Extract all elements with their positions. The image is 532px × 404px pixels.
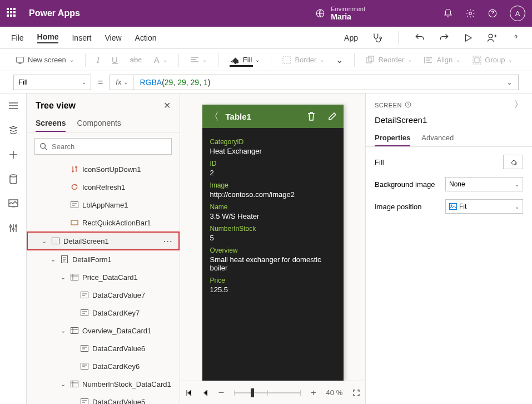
tree-node-label: IconSortUpDown1: [82, 165, 141, 174]
app-launcher-icon[interactable]: [7, 8, 18, 19]
rail-data-icon[interactable]: [8, 174, 19, 185]
share-icon[interactable]: [486, 32, 498, 43]
tab-advanced[interactable]: Advanced: [421, 130, 454, 146]
menu-file[interactable]: File: [11, 33, 24, 42]
tree-node[interactable]: DataCardValue7: [27, 286, 180, 304]
formula-input[interactable]: RGBA(29, 29, 29, 1): [134, 78, 501, 87]
label-icon: [70, 201, 79, 208]
expand-formula-icon[interactable]: ⌄: [501, 78, 518, 86]
zoom-in-icon[interactable]: +: [311, 388, 316, 398]
rail-media-icon[interactable]: [8, 198, 19, 209]
avatar[interactable]: A: [510, 6, 525, 21]
tree-node[interactable]: DataCardKey7: [27, 304, 180, 322]
paint-bucket-icon: [230, 55, 240, 65]
menu-view[interactable]: View: [105, 33, 121, 42]
svg-rect-22: [71, 274, 78, 280]
tree-node-label: NumberInStock_DataCard1: [82, 380, 171, 388]
first-screen-icon[interactable]: [185, 389, 193, 397]
tree-node[interactable]: LblAppName1: [27, 196, 180, 214]
bg-image-select[interactable]: None⌄: [445, 177, 523, 191]
field-label: NumberInStock: [210, 225, 336, 233]
panel-collapse-icon[interactable]: 〉: [514, 99, 524, 111]
detail-title: Table1: [226, 112, 295, 121]
field-value: 5: [210, 234, 336, 242]
tab-screens[interactable]: Screens: [36, 115, 66, 132]
tree-node[interactable]: IconSortUpDown1: [27, 160, 180, 178]
menu-insert[interactable]: Insert: [72, 33, 91, 42]
svg-rect-19: [71, 220, 78, 225]
back-icon[interactable]: 〈: [209, 110, 219, 123]
tree-node-label: DataCardKey6: [92, 362, 140, 371]
tree-node[interactable]: ⌄Price_DataCard1: [27, 268, 180, 286]
tree-node[interactable]: RectQuickActionBar1: [27, 214, 180, 231]
undo-icon[interactable]: [414, 32, 425, 43]
rail-tree-icon[interactable]: [8, 125, 19, 136]
svg-rect-25: [71, 328, 78, 334]
rect-icon: [70, 219, 79, 226]
svg-point-3: [380, 37, 381, 38]
bell-icon[interactable]: [443, 8, 453, 18]
prop-fill-label: Fill: [375, 158, 384, 166]
fit-screen-icon[interactable]: [352, 389, 360, 397]
tree-node-label: LblAppName1: [82, 201, 128, 209]
tab-components[interactable]: Components: [77, 115, 121, 132]
canvas-preview[interactable]: 〈 Table1 CategoryID Heat ExchangerID 2Im…: [202, 105, 344, 381]
strikethrough-button: abc: [126, 53, 146, 66]
svg-rect-5: [16, 57, 23, 62]
reorder-button: Reorder⌄: [361, 53, 416, 67]
svg-point-16: [41, 144, 46, 149]
image-position-select[interactable]: Fit ⌄: [445, 199, 523, 214]
rail-insert-icon[interactable]: [8, 149, 19, 160]
tree-node[interactable]: DataCardValue5: [27, 393, 180, 404]
tree-node[interactable]: DataCardKey6: [27, 357, 180, 375]
tree-node[interactable]: ⌄NumberInStock_DataCard1: [27, 375, 180, 393]
menu-app[interactable]: App: [344, 33, 358, 42]
svg-rect-29: [81, 399, 88, 405]
trash-icon[interactable]: [307, 111, 316, 121]
info-icon[interactable]: [405, 101, 411, 108]
tab-properties[interactable]: Properties: [375, 130, 410, 146]
tree-search[interactable]: [34, 138, 172, 155]
fx-button[interactable]: fx⌄: [110, 75, 134, 90]
menu-home[interactable]: Home: [37, 32, 59, 43]
edit-icon[interactable]: [328, 112, 337, 121]
play-icon[interactable]: [463, 33, 473, 43]
svg-point-1: [469, 12, 472, 15]
fill-color-button[interactable]: [503, 155, 523, 169]
tree-node[interactable]: ⌄Overview_DataCard1: [27, 322, 180, 339]
font-color-button: A⌄: [150, 53, 172, 67]
label-icon: [80, 398, 89, 404]
tree-close-icon[interactable]: ✕: [163, 100, 171, 111]
svg-rect-9: [473, 56, 481, 64]
equals-sign: =: [98, 77, 103, 87]
svg-point-4: [489, 34, 493, 38]
expand-toolbar-button[interactable]: ⌄: [332, 53, 347, 67]
help-menu-icon[interactable]: [511, 33, 521, 43]
prev-screen-icon[interactable]: [203, 389, 208, 397]
menu-action[interactable]: Action: [135, 33, 157, 42]
rail-advanced-icon[interactable]: [8, 223, 19, 234]
new-screen-button[interactable]: New screen ⌄: [11, 53, 78, 66]
stethoscope-icon[interactable]: [371, 32, 382, 43]
tree-node[interactable]: ⌄DetailScreen1···: [27, 231, 180, 250]
environment-selector[interactable]: Environment Maria: [315, 6, 365, 21]
field-value: 125.5: [210, 285, 336, 294]
rail-hamburger-icon[interactable]: [8, 100, 19, 111]
zoom-slider[interactable]: [234, 392, 301, 393]
property-selector[interactable]: Fill ⌄: [13, 75, 91, 90]
selected-name: DetailScreen1: [366, 113, 532, 130]
zoom-out-icon[interactable]: −: [218, 387, 225, 398]
prop-bg-label: Background image: [375, 180, 435, 189]
gear-icon[interactable]: [465, 8, 475, 18]
more-icon[interactable]: ···: [163, 237, 173, 245]
help-icon[interactable]: [488, 8, 498, 18]
tree-node[interactable]: ⌄DetailForm1: [27, 250, 180, 268]
tree-node[interactable]: DataCardValue6: [27, 339, 180, 357]
tree-node[interactable]: IconRefresh1: [27, 178, 180, 196]
fill-button[interactable]: Fill ⌄: [225, 53, 265, 67]
tree-search-input[interactable]: [52, 142, 167, 151]
label-icon: [80, 345, 89, 352]
svg-rect-24: [81, 310, 88, 316]
field-value: 2: [210, 169, 336, 177]
redo-icon[interactable]: [439, 32, 450, 43]
